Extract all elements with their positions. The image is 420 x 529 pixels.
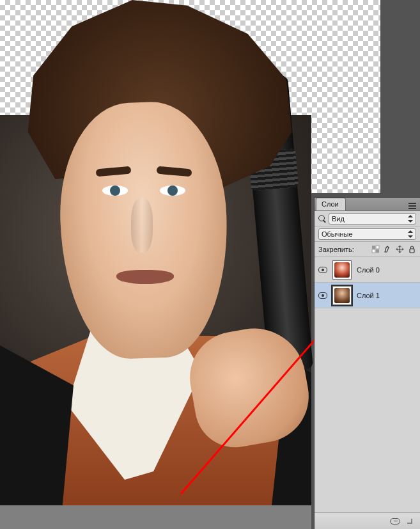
tab-layers[interactable]: Слои: [316, 198, 346, 210]
link-layers-icon[interactable]: [390, 518, 400, 525]
blend-mode-row: Обычные: [315, 226, 420, 242]
filter-type-dropdown[interactable]: Вид: [329, 213, 416, 225]
layer-name[interactable]: Слой 0: [357, 266, 380, 274]
layer-name[interactable]: Слой 1: [357, 292, 380, 299]
visibility-icon[interactable]: [318, 292, 327, 299]
lock-position-icon[interactable]: [396, 245, 404, 253]
blend-mode-dropdown[interactable]: Обычные: [318, 228, 416, 240]
chevron-updown-icon: [408, 215, 413, 223]
chevron-updown-icon: [408, 230, 413, 238]
filter-type-label: Вид: [332, 215, 345, 223]
panel-tabs: Слои: [315, 198, 420, 211]
layer-item[interactable]: Слой 1: [315, 283, 420, 308]
layer-thumbnail[interactable]: [332, 286, 352, 305]
layer-thumbnail[interactable]: [332, 260, 352, 280]
footer-corner-icon: [405, 517, 414, 525]
svg-rect-5: [410, 249, 414, 253]
layers-list: Слой 0 Слой 1: [315, 257, 420, 512]
lock-label: Закрепить:: [318, 246, 354, 253]
canvas-bottom-bar: [0, 505, 311, 529]
lock-transparency-icon[interactable]: [371, 245, 380, 253]
mouth-shape: [116, 270, 174, 284]
svg-rect-1: [372, 246, 375, 249]
svg-rect-3: [376, 246, 379, 249]
blend-mode-value: Обычные: [322, 230, 353, 238]
nose-shape: [131, 198, 153, 253]
left-eye: [102, 186, 128, 196]
lock-row: Закрепить:: [315, 242, 420, 257]
svg-rect-4: [372, 249, 375, 253]
layer-filter-row: Вид: [315, 211, 420, 226]
right-eye: [160, 186, 185, 196]
search-icon: [318, 215, 326, 223]
panel-footer: [315, 512, 420, 529]
lock-pixels-icon[interactable]: [384, 245, 392, 253]
layer-item[interactable]: Слой 0: [315, 257, 420, 283]
layers-panel: Слои Вид Обычные Закрепить:: [314, 197, 420, 529]
svg-rect-2: [376, 249, 379, 253]
workspace: Слои Вид Обычные Закрепить:: [0, 0, 420, 529]
lock-all-icon[interactable]: [408, 245, 416, 253]
panel-menu-icon[interactable]: [407, 201, 417, 210]
visibility-icon[interactable]: [318, 267, 327, 273]
canvas[interactable]: [0, 0, 311, 505]
